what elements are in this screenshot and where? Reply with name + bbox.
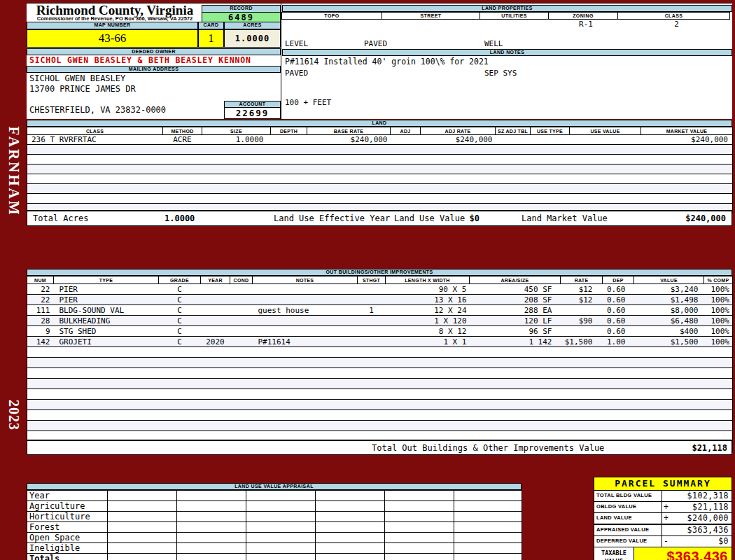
cell (307, 155, 391, 164)
cell (201, 410, 230, 421)
cell (561, 305, 603, 316)
cell (358, 358, 386, 368)
cell (177, 543, 246, 554)
cell (603, 400, 634, 410)
land-use-appraisal: LAND USE VALUE APPRAISAL Year Agricultur… (27, 483, 522, 560)
cell (641, 194, 733, 204)
land-table-wrap: CLASSMETHODSIZEDEPTHBASE RATEADJADJ RATE… (27, 127, 733, 214)
parcel-summary-title: PARCEL SUMMARY (594, 477, 732, 491)
cell (496, 145, 531, 155)
cell (316, 491, 385, 501)
mailing-address: SICHOL GWEN BEASLEY 13700 PRINCE JAMES D… (27, 74, 225, 115)
cell (421, 184, 496, 194)
table-row: Totals (27, 554, 522, 560)
empty-row (27, 184, 733, 194)
cell (27, 347, 54, 358)
summary-operator: + (662, 513, 673, 524)
cell (201, 284, 230, 295)
row-label: Horticulture (27, 512, 108, 522)
cell (634, 410, 704, 421)
cell (531, 164, 570, 174)
cell: 288 EA (470, 305, 561, 316)
land-use-appraisal-title: LAND USE VALUE APPRAISAL (27, 483, 522, 490)
cell (27, 164, 163, 174)
cell (570, 155, 641, 164)
cell (54, 421, 159, 431)
summary-value: $240,000 (673, 513, 732, 524)
cell (230, 316, 253, 326)
cell (496, 184, 531, 194)
cell: GROJETI (54, 337, 159, 347)
cell (230, 410, 253, 421)
column-header: USE VALUE (570, 127, 641, 135)
cell (201, 295, 230, 305)
cell (454, 533, 522, 543)
cell: guest house (253, 305, 358, 316)
summary-operator: + (662, 502, 673, 512)
outbuildings-total-label: Total Out Buildings & Other Improvements… (372, 443, 604, 453)
cell (385, 522, 454, 533)
column-header: ADJ (391, 127, 421, 135)
cell (163, 184, 202, 194)
cell (391, 155, 421, 164)
cell (421, 174, 496, 184)
cell (108, 554, 177, 560)
taxable-label-line: VALUE (594, 557, 634, 560)
cell (54, 410, 159, 421)
cell (27, 421, 54, 431)
effective-year-label: Land Use Effective Year (274, 214, 390, 223)
cell: 8 X 12 (386, 326, 470, 337)
cell: 96 SF (470, 326, 561, 337)
empty-row (27, 164, 733, 174)
column-header: NOTES (253, 276, 358, 284)
land-notes-label: LAND NOTES (282, 49, 732, 56)
land-properties-values: LEVEL PAVED 100 + FEET PAVED WELL SEP SY… (282, 20, 732, 49)
cell (253, 421, 358, 431)
land-use-value: $0 (440, 214, 479, 223)
column-header: YEAR (201, 276, 230, 284)
table-row: 111BLDG-SOUND VALCguest house112 X 24288… (27, 305, 733, 316)
cell: C (159, 284, 201, 295)
empty-row (27, 194, 733, 204)
cell (634, 421, 704, 431)
summary-label: TOTAL BLDG VALUE (594, 491, 662, 501)
cell: 111 (27, 305, 54, 316)
cell (54, 379, 159, 389)
cell (561, 389, 603, 400)
cell (561, 410, 603, 421)
empty-row (27, 368, 733, 379)
cell (246, 533, 316, 543)
acres-value: 1.0000 (224, 29, 281, 48)
cell (246, 543, 316, 554)
cell (307, 194, 391, 204)
cell (561, 358, 603, 368)
summary-label: LAND VALUE (594, 513, 662, 524)
cell: 1 X 1 (386, 337, 470, 347)
column-header: MARKET VALUE (641, 127, 733, 135)
mailing-address-line: SICHOL GWEN BEASLEY (29, 74, 225, 84)
total-acres-value: 1.0000 (164, 214, 195, 223)
cell: 0.60 (603, 295, 634, 305)
cell: C (159, 326, 201, 337)
outbuildings-section-title: OUT BUILDINGS/OTHER IMPROVEMENTS (27, 269, 732, 276)
row-label: Agriculture (27, 501, 108, 512)
cell (253, 358, 358, 368)
cell: 13 X 16 (386, 295, 470, 305)
column-header: STHGT (358, 276, 386, 284)
cell (496, 155, 531, 164)
table-row: 9STG SHEDC8 X 1296 SF0.60$400100% (27, 326, 733, 337)
cell (385, 543, 454, 554)
cell: 12 X 24 (386, 305, 470, 316)
cell (496, 174, 531, 184)
table-header-row: NUMTYPEGRADEYEARCONDNOTESSTHGTLENGTH X W… (27, 276, 733, 284)
cell (159, 358, 201, 368)
cell: $1,500 (561, 337, 603, 347)
cell (603, 358, 634, 368)
cell: $3,240 (634, 284, 704, 295)
taxable-value-label: TAXABLE VALUE (594, 547, 634, 560)
cell (704, 400, 733, 410)
cell: 100% (704, 326, 733, 337)
cell (704, 410, 733, 421)
cell (634, 368, 704, 379)
cell (159, 379, 201, 389)
